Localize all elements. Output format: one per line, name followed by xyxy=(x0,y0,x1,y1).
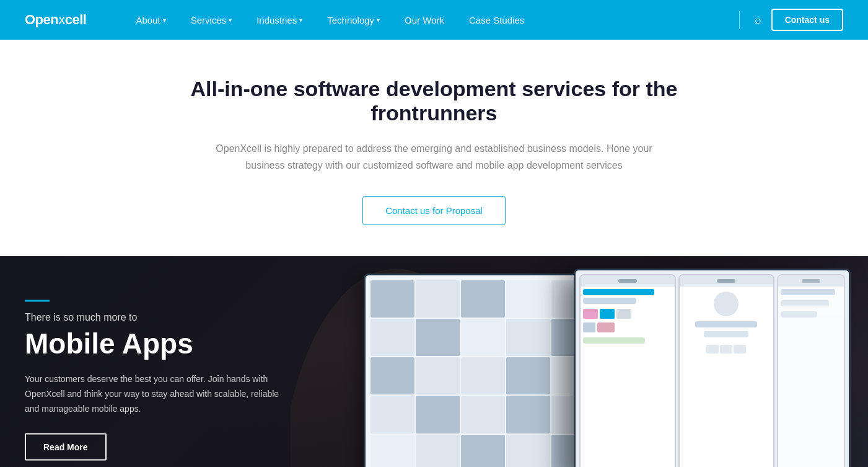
logo[interactable]: Openxcell xyxy=(25,12,86,28)
grid-cell xyxy=(461,280,505,318)
phone-header xyxy=(581,275,674,287)
phone-mockup-1 xyxy=(579,274,675,467)
nav-industries[interactable]: Industries ▾ xyxy=(244,0,315,40)
chevron-down-icon: ▾ xyxy=(163,17,166,24)
feature-content: There is so much more to Mobile Apps You… xyxy=(25,300,285,461)
nav-services[interactable]: Services ▾ xyxy=(178,0,245,40)
feature-section: There is so much more to Mobile Apps You… xyxy=(0,256,868,467)
navbar: Openxcell About ▾ Services ▾ Industries … xyxy=(0,0,868,40)
hero-title: All-in-one software development services… xyxy=(156,77,713,125)
phone-bar xyxy=(695,321,757,327)
chevron-down-icon: ▾ xyxy=(377,17,380,24)
grid-cell xyxy=(461,396,505,433)
phone-mockup-2 xyxy=(678,274,774,467)
nav-right: ⌕ Contact us xyxy=(734,9,843,31)
phone-bar xyxy=(583,289,654,295)
grid-cell xyxy=(416,280,460,318)
grid-cell xyxy=(370,435,414,468)
ui-block xyxy=(597,322,615,332)
ui-block xyxy=(583,322,595,332)
nav-about[interactable]: About ▾ xyxy=(123,0,178,40)
nav-divider xyxy=(739,11,740,29)
grid-cell xyxy=(370,357,414,394)
ui-block xyxy=(720,345,732,354)
phone-mockup-3 xyxy=(777,274,845,467)
nav-case-studies[interactable]: Case Studies xyxy=(457,0,537,40)
grid-cell xyxy=(370,319,414,356)
phone-notch xyxy=(618,279,637,283)
search-icon[interactable]: ⌕ xyxy=(755,14,761,27)
feature-title: Mobile Apps xyxy=(25,328,285,360)
grid-cell xyxy=(506,280,550,318)
monitor-secondary-screen xyxy=(366,275,600,467)
grid-cell xyxy=(416,435,460,468)
feature-accent-line xyxy=(25,300,50,302)
phone-bar xyxy=(704,331,748,337)
phone-notch xyxy=(802,279,820,283)
monitor-primary-screen xyxy=(576,270,849,467)
hero-cta-button[interactable]: Contact us for Proposal xyxy=(362,196,506,225)
phone-bar xyxy=(583,337,645,344)
monitor-secondary xyxy=(364,274,602,467)
ui-block xyxy=(600,309,615,319)
grid-cell xyxy=(416,319,460,356)
chevron-down-icon: ▾ xyxy=(229,17,232,24)
grid-cell xyxy=(461,319,505,356)
chevron-down-icon: ▾ xyxy=(299,17,302,24)
monitor-visual xyxy=(373,269,851,467)
grid-cell xyxy=(506,357,550,394)
grid-cell xyxy=(370,396,414,433)
phone-bar xyxy=(781,300,829,306)
ui-block xyxy=(706,345,719,354)
phone-header xyxy=(680,275,773,287)
hero-subtitle: OpenXcell is highly prepared to address … xyxy=(211,140,657,174)
grid-cell xyxy=(506,319,550,356)
grid-cell xyxy=(461,357,505,394)
grid-cell xyxy=(461,435,505,468)
phone-bar xyxy=(583,298,636,304)
monitor-primary xyxy=(574,269,851,467)
grid-cell xyxy=(416,396,460,433)
ui-block xyxy=(616,309,631,319)
grid-cell xyxy=(506,396,550,433)
feature-subtitle: There is so much more to xyxy=(25,312,285,323)
phone-bar xyxy=(781,311,817,318)
grid-cell xyxy=(416,357,460,394)
nav-technology[interactable]: Technology ▾ xyxy=(315,0,392,40)
grid-cell xyxy=(370,280,414,318)
feature-description: Your customers deserve the best you can … xyxy=(25,371,285,416)
read-more-button[interactable]: Read More xyxy=(25,434,107,461)
contact-button[interactable]: Contact us xyxy=(771,9,843,31)
phone-circle xyxy=(714,291,739,316)
phone-body xyxy=(581,287,674,467)
phone-body xyxy=(778,287,844,467)
phone-body xyxy=(680,287,773,467)
grid-cell xyxy=(506,435,550,468)
nav-our-work[interactable]: Our Work xyxy=(392,0,457,40)
ui-block xyxy=(734,345,746,354)
phone-header xyxy=(778,275,844,287)
ui-block xyxy=(583,309,598,319)
phone-bar xyxy=(781,289,835,295)
phone-notch xyxy=(717,279,735,283)
nav-links: About ▾ Services ▾ Industries ▾ Technolo… xyxy=(123,0,734,40)
hero-section: All-in-one software development services… xyxy=(0,40,868,256)
